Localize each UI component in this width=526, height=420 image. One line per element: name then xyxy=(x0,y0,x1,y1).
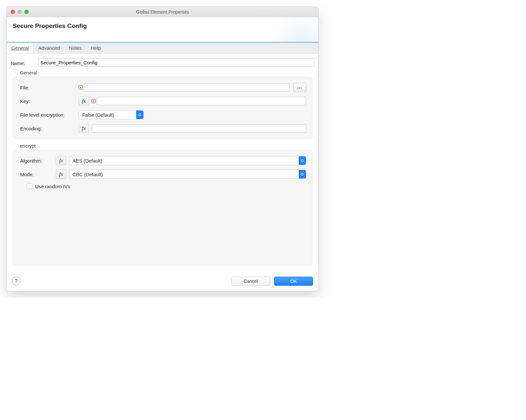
fx-button-encoding[interactable]: fx xyxy=(79,124,89,133)
file-label: File: xyxy=(20,85,79,90)
key-row: Key: fx x xyxy=(20,97,306,106)
fx-button-algorithm[interactable]: fx xyxy=(56,156,66,165)
file-level-encryption-row: File level encryption: False (Default) xyxy=(20,110,306,119)
dialog-footer: ? Cancel OK xyxy=(7,273,318,291)
random-iv-label: Use random IVs xyxy=(35,184,70,189)
tab-help[interactable]: Help xyxy=(86,43,105,53)
tab-general[interactable]: General xyxy=(7,43,33,53)
file-level-encryption-select[interactable]: False (Default) xyxy=(79,110,144,119)
name-input[interactable] xyxy=(38,58,314,67)
algorithm-select[interactable]: AES (Default) xyxy=(69,156,306,165)
mode-row: Mode: fx CBC (Default) xyxy=(20,170,306,179)
group-general-legend: General xyxy=(11,70,314,75)
chevron-updown-icon xyxy=(136,111,143,119)
file-level-encryption-label: File level encryption: xyxy=(20,112,79,118)
mode-value: CBC (Default) xyxy=(69,172,299,177)
key-input[interactable] xyxy=(97,97,306,105)
error-icon: x xyxy=(79,85,83,89)
name-row: Name: xyxy=(11,58,314,67)
random-iv-checkbox[interactable] xyxy=(27,183,33,189)
mode-select[interactable]: CBC (Default) xyxy=(69,170,306,179)
cancel-button[interactable]: Cancel xyxy=(231,277,270,286)
titlebar: Global Element Properties xyxy=(7,7,318,17)
tab-notes[interactable]: Notes xyxy=(64,43,86,53)
name-label: Name: xyxy=(11,59,38,66)
key-label: Key: xyxy=(20,98,79,104)
dialog-header: Secure Properties Config xyxy=(7,17,318,42)
tab-bar: General Advanced Notes Help xyxy=(7,42,318,54)
chevron-updown-icon xyxy=(299,170,306,178)
algorithm-row: Algorithm: fx AES (Default) xyxy=(20,156,306,165)
file-row: File: x ... xyxy=(20,83,306,92)
chevron-updown-icon xyxy=(299,156,306,165)
tab-content: Name: General File: x ... Key: fx x File… xyxy=(7,54,318,273)
mode-label: Mode: xyxy=(20,172,56,177)
group-general: File: x ... Key: fx x File level encrypt… xyxy=(13,77,312,139)
file-browse-button[interactable]: ... xyxy=(293,83,306,92)
page-title: Secure Properties Config xyxy=(13,22,312,30)
ok-button[interactable]: OK xyxy=(274,277,313,286)
algorithm-label: Algorithm: xyxy=(20,158,56,164)
help-icon[interactable]: ? xyxy=(12,277,20,285)
encoding-label: Encoding: xyxy=(20,126,79,131)
file-level-encryption-value: False (Default) xyxy=(79,112,136,118)
encoding-input[interactable] xyxy=(92,124,306,133)
window-title: Global Element Properties xyxy=(7,9,318,15)
error-icon: x xyxy=(92,99,96,103)
window-controls xyxy=(7,10,29,14)
fx-button-mode[interactable]: fx xyxy=(56,170,66,179)
close-window-button[interactable] xyxy=(11,10,15,14)
fx-button-key[interactable]: fx xyxy=(79,97,89,106)
random-iv-row: Use random IVs xyxy=(20,183,306,189)
minimize-window-button[interactable] xyxy=(18,10,22,14)
dialog-window: Global Element Properties Secure Propert… xyxy=(7,7,319,291)
algorithm-value: AES (Default) xyxy=(69,158,299,164)
group-encrypt: Algorithm: fx AES (Default) Mode: fx CBC… xyxy=(13,150,312,266)
tab-advanced[interactable]: Advanced xyxy=(33,43,64,53)
maximize-window-button[interactable] xyxy=(24,10,29,14)
encoding-row: Encoding: fx xyxy=(20,124,306,133)
group-encrypt-legend: encrypt xyxy=(11,143,314,149)
file-input[interactable] xyxy=(84,83,289,92)
